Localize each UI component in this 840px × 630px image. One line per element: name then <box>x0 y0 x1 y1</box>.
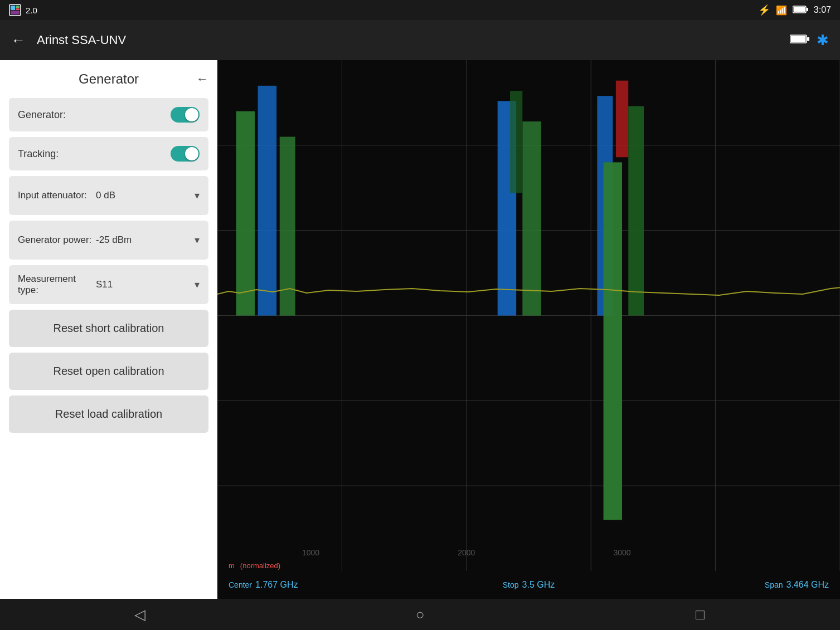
input-attenuator-arrow: ▾ <box>195 189 200 202</box>
svg-rect-23 <box>258 86 277 316</box>
normalized-text: (normalized) <box>240 561 280 570</box>
center-freq-group: Center 1.767 GHz <box>229 580 429 590</box>
status-right: ⚡ 📶 3:07 <box>758 4 831 16</box>
stop-label: Stop <box>503 580 519 589</box>
input-attenuator-label: Input attenuator: <box>18 190 96 201</box>
tracking-label: Tracking: <box>18 148 59 160</box>
svg-rect-6 <box>793 7 805 12</box>
app-version: 2.0 <box>26 6 37 15</box>
span-value: 3.464 GHz <box>786 580 829 590</box>
svg-rect-31 <box>604 162 623 520</box>
bluetooth-status-icon: ⚡ <box>758 4 770 16</box>
battery-icon <box>790 34 810 46</box>
span-label: Span <box>765 580 783 589</box>
svg-rect-26 <box>522 121 541 315</box>
status-bar: 2.0 ⚡ 📶 3:07 <box>0 0 840 20</box>
svg-rect-9 <box>791 36 806 42</box>
app-title: Arinst SSA-UNV <box>37 33 790 47</box>
left-panel: Generator ← Generator: Tracking: Input a… <box>0 60 217 599</box>
panel-title: Generator <box>79 71 139 87</box>
reset-open-calibration-button[interactable]: Reset open calibration <box>9 353 208 390</box>
svg-rect-4 <box>11 11 20 14</box>
svg-rect-30 <box>628 106 644 316</box>
chart-bottom: Center 1.767 GHz Stop 3.5 GHz Span 3.464… <box>217 571 840 599</box>
app-back-button[interactable]: ← <box>11 32 26 49</box>
generator-label: Generator: <box>18 109 66 121</box>
input-attenuator-row[interactable]: Input attenuator: 0 dB ▾ <box>9 176 208 215</box>
generator-power-label: Generator power: <box>18 235 96 246</box>
generator-power-arrow: ▾ <box>195 234 200 246</box>
input-attenuator-value: 0 dB <box>96 190 195 201</box>
bottom-nav: ◁ ○ □ <box>0 599 840 630</box>
svg-rect-27 <box>510 91 522 193</box>
generator-power-value: -25 dBm <box>96 235 195 246</box>
svg-rect-3 <box>16 8 20 10</box>
reset-short-calibration-button[interactable]: Reset short calibration <box>9 310 208 347</box>
signal-icon: 📶 <box>776 5 787 16</box>
svg-rect-7 <box>807 8 808 11</box>
svg-rect-22 <box>236 111 255 316</box>
svg-rect-10 <box>807 37 809 41</box>
bluetooth-icon: ✱ <box>817 32 829 49</box>
center-label: Center <box>229 580 252 589</box>
svg-rect-29 <box>616 81 628 158</box>
panel-close-button[interactable]: ← <box>196 72 208 86</box>
main-content: Generator ← Generator: Tracking: Input a… <box>0 60 840 599</box>
span-freq-group: Span 3.464 GHz <box>629 580 829 590</box>
tracking-row: Tracking: <box>9 137 208 170</box>
svg-text:2000: 2000 <box>458 548 475 557</box>
measurement-type-row[interactable]: Measurement type: S11 ▾ <box>9 265 208 304</box>
measurement-type-label: Measurement type: <box>18 274 96 296</box>
generator-toggle[interactable] <box>171 107 200 123</box>
spectrum-area: 1000 2000 3000 m (normalized) Center 1.7… <box>217 60 840 599</box>
nav-recents-button[interactable]: □ <box>678 599 722 630</box>
app-bar: ← Arinst SSA-UNV ✱ <box>0 20 840 60</box>
svg-text:1000: 1000 <box>302 548 319 557</box>
panel-header: Generator ← <box>9 71 208 87</box>
measurement-type-arrow: ▾ <box>195 279 200 291</box>
svg-text:3000: 3000 <box>613 548 630 557</box>
reset-load-calibration-button[interactable]: Reset load calibration <box>9 395 208 433</box>
normalized-label-group: m (normalized) <box>229 561 280 570</box>
center-value: 1.767 GHz <box>255 580 298 590</box>
generator-power-row[interactable]: Generator power: -25 dBm ▾ <box>9 221 208 260</box>
time-display: 3:07 <box>814 5 831 15</box>
dbm-label: m <box>229 561 235 570</box>
tracking-toggle[interactable] <box>171 146 200 162</box>
battery-status-icon <box>793 5 808 16</box>
nav-back-button[interactable]: ◁ <box>118 599 162 630</box>
stop-value: 3.5 GHz <box>522 580 555 590</box>
status-left: 2.0 <box>9 4 37 16</box>
stop-freq-group: Stop 3.5 GHz <box>429 580 629 590</box>
svg-rect-1 <box>11 6 15 10</box>
measurement-type-value: S11 <box>96 279 195 290</box>
gallery-icon <box>9 4 21 16</box>
nav-home-button[interactable]: ○ <box>397 599 442 630</box>
app-bar-right: ✱ <box>790 32 829 49</box>
spectrum-chart: 1000 2000 3000 <box>217 60 840 571</box>
generator-row: Generator: <box>9 98 208 131</box>
svg-rect-2 <box>16 6 20 8</box>
